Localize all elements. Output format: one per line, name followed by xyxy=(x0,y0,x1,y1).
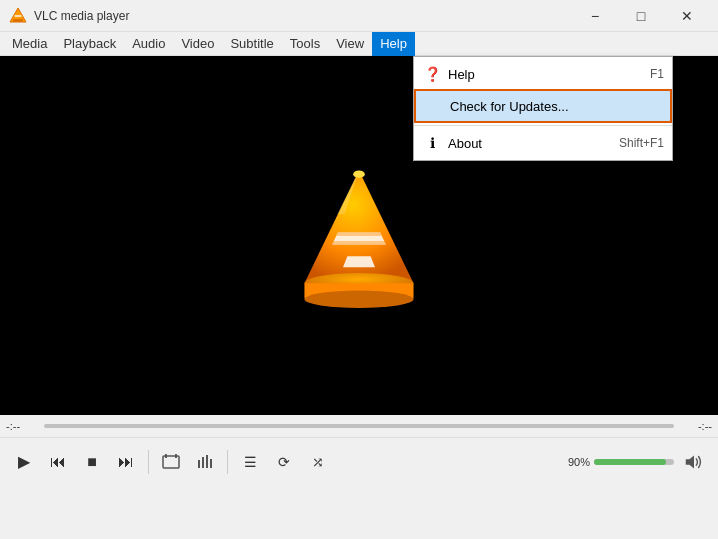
menu-playback[interactable]: Playback xyxy=(55,32,124,56)
separator-1 xyxy=(148,450,149,474)
svg-rect-15 xyxy=(165,454,167,458)
svg-rect-16 xyxy=(175,454,177,458)
menu-media[interactable]: Media xyxy=(4,32,55,56)
help-item-label: Help xyxy=(448,67,650,82)
stop-button[interactable]: ■ xyxy=(76,446,108,478)
app-icon xyxy=(8,6,28,26)
volume-percent: 90% xyxy=(562,456,590,468)
speaker-button[interactable] xyxy=(678,446,710,478)
maximize-button[interactable]: □ xyxy=(618,0,664,32)
controls-bar: ▶ ⏮ ■ ⏭ ☰ ⟳ ⤮ 90% xyxy=(0,437,718,485)
dropdown-item-check-updates[interactable]: Check for Updates... xyxy=(414,89,672,123)
prev-button[interactable]: ⏮ xyxy=(42,446,74,478)
svg-point-13 xyxy=(353,170,365,177)
svg-marker-8 xyxy=(332,241,386,245)
help-icon: ❓ xyxy=(422,64,442,84)
next-button[interactable]: ⏭ xyxy=(110,446,142,478)
effects-button[interactable] xyxy=(189,446,221,478)
volume-area: 90% xyxy=(562,446,710,478)
minimize-button[interactable]: − xyxy=(572,0,618,32)
about-icon: ℹ xyxy=(422,133,442,153)
speaker-icon xyxy=(683,451,705,473)
vlc-cone xyxy=(279,156,439,316)
svg-marker-7 xyxy=(336,232,381,236)
dropdown-item-about[interactable]: ℹ About Shift+F1 xyxy=(414,128,672,158)
dropdown-item-help[interactable]: ❓ Help F1 xyxy=(414,59,672,89)
loop-button[interactable]: ⟳ xyxy=(268,446,300,478)
menu-audio[interactable]: Audio xyxy=(124,32,173,56)
equalizer-icon xyxy=(195,452,215,472)
about-item-label: About xyxy=(448,136,619,151)
close-button[interactable]: ✕ xyxy=(664,0,710,32)
menu-divider xyxy=(414,125,672,126)
svg-rect-18 xyxy=(202,457,204,468)
help-shortcut: F1 xyxy=(650,67,664,81)
menu-video[interactable]: Video xyxy=(173,32,222,56)
app-title: VLC media player xyxy=(34,9,572,23)
menu-bar: Media Playback Audio Video Subtitle Tool… xyxy=(0,32,718,56)
play-button[interactable]: ▶ xyxy=(8,446,40,478)
svg-marker-21 xyxy=(686,455,694,468)
help-dropdown: ❓ Help F1 Check for Updates... ℹ About S… xyxy=(413,56,673,161)
svg-rect-2 xyxy=(15,15,22,17)
updates-item-label: Check for Updates... xyxy=(450,99,662,114)
menu-subtitle[interactable]: Subtitle xyxy=(222,32,281,56)
separator-2 xyxy=(227,450,228,474)
menu-view[interactable]: View xyxy=(328,32,372,56)
random-button[interactable]: ⤮ xyxy=(302,446,334,478)
time-elapsed: -:-- xyxy=(6,420,38,432)
volume-fill xyxy=(594,459,666,465)
menu-tools[interactable]: Tools xyxy=(282,32,328,56)
seek-bar[interactable] xyxy=(44,424,674,428)
menu-help[interactable]: Help xyxy=(372,32,415,56)
title-bar: VLC media player − □ ✕ xyxy=(0,0,718,32)
frame-icon xyxy=(161,452,181,472)
volume-bar[interactable] xyxy=(594,459,674,465)
svg-point-11 xyxy=(304,290,413,307)
window-controls: − □ ✕ xyxy=(572,0,710,32)
svg-rect-1 xyxy=(13,19,23,22)
playlist-button[interactable]: ☰ xyxy=(234,446,266,478)
svg-rect-19 xyxy=(206,455,208,468)
svg-marker-6 xyxy=(343,256,375,267)
frame-button[interactable] xyxy=(155,446,187,478)
svg-rect-20 xyxy=(210,459,212,468)
updates-icon xyxy=(424,96,444,116)
time-remaining: -:-- xyxy=(680,420,712,432)
svg-rect-17 xyxy=(198,460,200,468)
seek-bar-container: -:-- -:-- xyxy=(0,415,718,437)
about-shortcut: Shift+F1 xyxy=(619,136,664,150)
